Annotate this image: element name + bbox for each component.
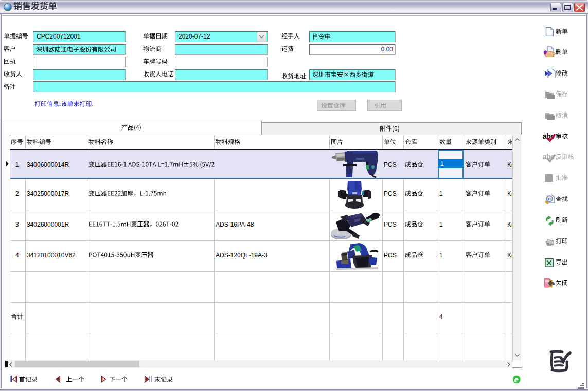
svg-text:H: H bbox=[548, 197, 550, 201]
